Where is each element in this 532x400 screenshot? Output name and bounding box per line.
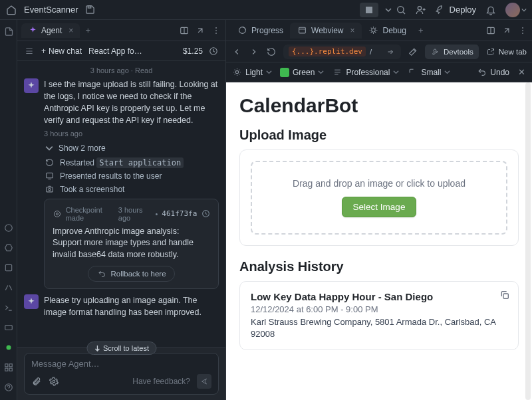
list-icon[interactable] (24, 46, 35, 56)
svg-rect-19 (46, 187, 53, 192)
gutter-icon[interactable] (0, 320, 17, 335)
chevron-down-icon (44, 143, 55, 153)
home-icon[interactable] (5, 4, 17, 16)
run-dropdown[interactable] (381, 3, 396, 17)
theme-selector[interactable]: Light (231, 67, 276, 78)
send-button[interactable] (197, 374, 211, 389)
scroll-latest-label: Scroll to latest (103, 344, 149, 352)
new-chat-button[interactable]: +New chat (41, 47, 82, 56)
files-icon[interactable] (0, 24, 17, 39)
apps-icon[interactable] (0, 360, 17, 375)
wrench-icon (430, 47, 441, 57)
feedback-link[interactable]: Have feedback? (132, 377, 190, 386)
close-icon[interactable]: × (350, 26, 355, 35)
chevron-down-icon (444, 68, 450, 77)
tab-debug[interactable]: Debug (362, 23, 413, 39)
expand-icon[interactable] (501, 25, 512, 36)
add-tab-button[interactable]: + (85, 25, 90, 35)
webview-content: CalendarBot Upload Image Drag and drop a… (226, 82, 532, 400)
svg-point-16 (215, 33, 217, 34)
select-image-button[interactable]: Select Image (342, 197, 417, 217)
gutter-icon[interactable] (0, 260, 17, 275)
scroll-latest-button[interactable]: Scroll to latest (86, 342, 156, 355)
rollback-label: Rollback to here (110, 270, 166, 278)
gutter-icon[interactable] (0, 241, 17, 255)
devtools-button[interactable]: Devtools (425, 45, 479, 59)
stop-button[interactable] (360, 3, 378, 17)
undo-button[interactable]: Undo (476, 67, 509, 78)
color-swatch (280, 68, 289, 77)
svg-point-14 (215, 27, 217, 29)
gutter-icon[interactable] (0, 340, 17, 355)
deploy-button[interactable]: Deploy (436, 5, 476, 15)
dropzone[interactable]: Drag and drop an image or click to uploa… (251, 161, 507, 235)
tab-webview[interactable]: Webview × (290, 23, 361, 39)
color-label: Green (293, 68, 315, 77)
svg-point-24 (53, 380, 55, 383)
svg-rect-33 (503, 294, 508, 298)
message-text: Please try uploading an image again. The… (44, 294, 219, 318)
url-field[interactable]: {...}.replit.dev / (283, 45, 401, 59)
history-item-location: Karl Strauss Brewing Company, 5801 Armad… (251, 316, 507, 340)
columns-icon[interactable] (179, 25, 190, 36)
url-go-icon[interactable] (385, 47, 396, 57)
history-item: Low Key Data Happy Hour - San Diego 12/1… (239, 281, 519, 350)
bell-icon[interactable] (485, 5, 496, 15)
close-icon[interactable]: × (68, 26, 73, 35)
checkpoint-icon (53, 209, 62, 219)
expand-icon[interactable] (195, 25, 205, 36)
account-menu[interactable] (505, 3, 527, 17)
show-more-button[interactable]: Show 2 more (44, 143, 219, 153)
refresh-icon[interactable] (266, 47, 277, 57)
chevron-down-icon (266, 68, 272, 77)
tab-agent[interactable]: Agent × (21, 23, 80, 38)
tab-progress[interactable]: Progress (230, 23, 290, 39)
invite-icon[interactable] (416, 5, 426, 15)
undo-icon (96, 268, 107, 279)
checkpoint-time: 3 hours ago (118, 206, 152, 222)
font-label: Professional (346, 68, 390, 77)
commit-hash: 461f73fa (162, 209, 197, 218)
gutter-icon[interactable] (0, 221, 17, 235)
sparkle-icon (28, 26, 37, 35)
message-input[interactable]: Message Agent… Have feedback? (24, 353, 219, 395)
help-icon[interactable] (0, 380, 17, 395)
avatar (505, 3, 520, 17)
copy-icon[interactable] (499, 290, 510, 300)
camera-icon (44, 184, 55, 195)
close-icon[interactable]: ✕ (516, 67, 527, 78)
tab-label: Debug (383, 26, 406, 35)
font-selector[interactable]: Professional (332, 67, 403, 78)
gear-icon[interactable] (49, 376, 59, 387)
tab-label: Progress (251, 26, 283, 35)
scrollbar[interactable] (525, 82, 531, 400)
undo-icon (476, 67, 487, 78)
thread-selector[interactable]: React App fo… (88, 47, 148, 56)
attach-icon[interactable] (31, 376, 42, 387)
svg-point-22 (54, 211, 60, 217)
svg-rect-10 (5, 368, 8, 371)
wand-icon[interactable] (408, 47, 418, 57)
back-icon[interactable] (231, 47, 242, 57)
radius-selector[interactable]: Small (407, 67, 454, 78)
checkpoint-message: Improve Anthropic image analysis: Suppor… (53, 226, 210, 261)
rollback-button[interactable]: Rollback to here (88, 266, 174, 282)
forward-icon[interactable] (249, 47, 259, 57)
add-tab-button[interactable]: + (418, 25, 424, 35)
more-icon[interactable] (211, 25, 221, 36)
svg-point-27 (372, 29, 375, 32)
page-title: CalendarBot (239, 94, 519, 117)
columns-icon[interactable] (485, 25, 496, 36)
meter-icon[interactable] (208, 46, 219, 56)
save-icon[interactable] (85, 5, 96, 15)
search-icon[interactable] (396, 5, 406, 15)
color-selector[interactable]: Green (280, 68, 328, 77)
newtab-label: New tab (499, 48, 527, 56)
more-icon[interactable] (517, 25, 528, 36)
composer-placeholder: Message Agent… (31, 359, 211, 369)
new-tab-button[interactable]: New tab (485, 47, 527, 57)
console-icon[interactable] (0, 300, 17, 315)
gutter-icon[interactable] (0, 280, 17, 295)
rocket-icon (436, 5, 446, 15)
text-icon (332, 67, 342, 78)
